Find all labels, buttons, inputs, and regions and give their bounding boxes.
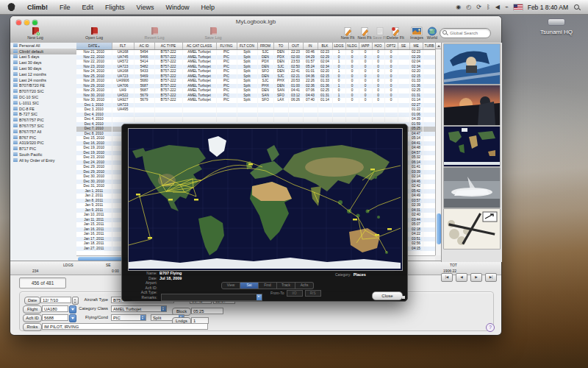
column-header-h2o[interactable]: H2O [372, 43, 384, 50]
global-search-field[interactable] [440, 28, 491, 38]
sidebar-item-dc-10-sic[interactable]: DC-10 SIC [10, 94, 76, 100]
first-record-button[interactable]: |◀ [441, 273, 453, 282]
remarks-field[interactable] [161, 294, 262, 301]
rmks-field[interactable] [42, 323, 208, 330]
time-machine-icon[interactable]: ◴ [466, 0, 471, 14]
toolbar-open-log-button[interactable]: Open Log [74, 26, 115, 40]
map-tab-track[interactable]: Track [277, 282, 295, 289]
column-header-in[interactable]: IN [303, 43, 318, 50]
map-tab-view[interactable]: View [221, 282, 240, 289]
column-header-ac-type[interactable]: AC TYPE [154, 43, 182, 50]
menu-item-flights[interactable]: Flights [99, 4, 131, 11]
world-map-photo[interactable] [444, 127, 500, 166]
map-tab-acfts[interactable]: Acfts [295, 282, 314, 289]
column-header-flt-con[interactable]: FLT CON [237, 43, 257, 50]
sidebar-item-south-pacific[interactable]: South Pacific [10, 152, 76, 158]
sidebar-item-last-12-months[interactable]: Last 12 months [10, 71, 76, 77]
last-record-button[interactable]: ▶| [485, 273, 497, 282]
us-flag-icon[interactable] [514, 4, 523, 10]
sidebar-item-b707-720-sic[interactable]: B707/720 SIC [10, 88, 76, 94]
column-header-date[interactable]: DATE▴ [76, 43, 112, 50]
spotlight-icon[interactable] [573, 3, 581, 11]
help-button[interactable]: ? [486, 323, 495, 332]
white-jet-hangar-photo[interactable] [444, 168, 500, 208]
map-tab-find[interactable]: Find [259, 282, 277, 289]
sidebar-item-b717-pic[interactable]: B717 PIC [10, 146, 76, 152]
column-header-ac-cat-class[interactable]: AC CAT CLASS [182, 43, 216, 50]
column-header-turb[interactable]: TURB [423, 43, 435, 50]
menu-item-climb[interactable]: Climb! [21, 4, 54, 11]
block-field[interactable] [191, 308, 223, 314]
sidebar-item-label: DC-8 FE [19, 107, 35, 111]
menu-item-window[interactable]: Window [159, 4, 195, 11]
window-header[interactable]: MyLogbook.lgb New LogOpen LogRevert LogS… [10, 16, 501, 43]
column-header-iapp[interactable]: IAPP [359, 43, 372, 50]
sidebar-item-b-727-sic[interactable]: B-727 SIC [10, 112, 76, 118]
sync-icon[interactable]: ⟳ [476, 0, 481, 14]
from-to-field-2[interactable]: R/S [305, 290, 321, 297]
cond-value: Split [153, 316, 161, 320]
column-header-to[interactable]: TO [273, 43, 288, 50]
sidebar-item-label: Personal All [19, 43, 40, 48]
sidebar-item-all-by-order-of-entry[interactable]: All by Order of Entry [10, 158, 76, 163]
sidebar-item-b767-pic[interactable]: B767 PIC [10, 135, 76, 141]
desktop-volume[interactable]: Tsunami HQ [531, 15, 582, 35]
universal-access-icon[interactable]: ◉ [456, 0, 461, 14]
resize-grip[interactable] [402, 296, 405, 299]
airport-icon[interactable]: ⌁ [505, 0, 509, 14]
apple-menu-icon[interactable] [7, 3, 15, 11]
column-header-flying[interactable]: FLYING [216, 43, 237, 50]
sidebar-item-last-24-months[interactable]: Last 24 months [10, 77, 76, 83]
remarks-combo-arrow-icon[interactable] [257, 294, 262, 300]
acft-id-button[interactable]: Acft ID [23, 314, 42, 322]
category-class-combo[interactable]: AMEL Turbojet [111, 305, 167, 312]
sidebar-item-l-1011-sic[interactable]: L-1011 SIC [10, 100, 76, 106]
sidebar-item-climb-default[interactable]: Climb! default [10, 49, 76, 54]
column-header-se[interactable]: SE [398, 43, 409, 50]
next-record-button[interactable]: ▶ [470, 273, 482, 282]
sidebar-item-b767-757-all[interactable]: B767/757 All [10, 129, 76, 135]
airport-diagram-photo[interactable] [444, 209, 500, 249]
sidebar-item-a319-320-pic[interactable]: A319/320 PIC [10, 141, 76, 146]
blue-jet-cockpit-photo[interactable] [444, 44, 500, 84]
column-header-flt[interactable]: FLT [112, 43, 134, 50]
prev-record-button[interactable]: ◀ [456, 273, 467, 282]
close-button[interactable]: Close [372, 291, 403, 300]
sidebar-item-last-30-days[interactable]: Last 30 days [10, 60, 76, 66]
sidebar-item-last-5-days[interactable]: Last 5 days [10, 54, 76, 60]
menu-item-file[interactable]: File [54, 4, 76, 11]
rmks-button[interactable]: Rmks [23, 323, 42, 331]
volume-icon[interactable]: ◀ [495, 0, 500, 14]
column-header-ldgs[interactable]: LDGS [332, 43, 345, 50]
search-input[interactable] [448, 31, 490, 35]
sidebar-item-personal-all[interactable]: Personal All [10, 43, 76, 49]
date-button[interactable]: Date [24, 297, 40, 305]
column-header-out[interactable]: OUT [288, 43, 303, 50]
column-header-me[interactable]: ME [409, 43, 423, 50]
sidebar-item-b767-757-pic[interactable]: B767/757 PIC [10, 117, 76, 123]
column-header-nldg[interactable]: NLDG [345, 43, 359, 50]
sidebar-item-last-90-days[interactable]: Last 90 days [10, 66, 76, 71]
column-header-from[interactable]: FROM [257, 43, 273, 50]
column-header-ac-id[interactable]: AC ID [134, 43, 154, 50]
menu-item-help[interactable]: Help [195, 4, 220, 11]
sidebar-item-b707-b720-fe[interactable]: B707/B720 FE [10, 83, 76, 89]
map-tab-sat[interactable]: Sat [240, 282, 259, 289]
toolbar-new-log-button[interactable]: New Log [15, 26, 56, 40]
flight-button[interactable]: Flight [23, 305, 42, 314]
column-header-blk[interactable]: BLK [318, 43, 332, 50]
sidebar-item-b767-757-sic[interactable]: B767/757 SIC [10, 123, 76, 129]
bluetooth-icon[interactable]: ᛒ [487, 0, 490, 14]
flying-combo[interactable]: PIC [111, 314, 146, 321]
vertical-scroll-thumb[interactable] [437, 213, 441, 244]
sunset-cockpit-photo[interactable] [444, 85, 500, 125]
column-header-opt2[interactable]: OPT2 [384, 43, 398, 50]
sidebar-item-dc-8-fe[interactable]: DC-8 FE [10, 106, 76, 112]
world-route-map[interactable] [128, 128, 403, 271]
menu-item-edit[interactable]: Edit [76, 4, 100, 11]
menu-clock[interactable]: Feb 1 8:40 AM [528, 4, 568, 11]
from-to-field-1[interactable]: I/O [287, 290, 303, 297]
menu-item-views[interactable]: Views [131, 4, 160, 11]
table-row[interactable]: Nov 21, 2010UA1685494B757-222AMEL Turboj… [76, 50, 435, 55]
map-dialog: Name:B707 Flying Date:Jul 18, 2009 Airpo… [121, 124, 408, 302]
